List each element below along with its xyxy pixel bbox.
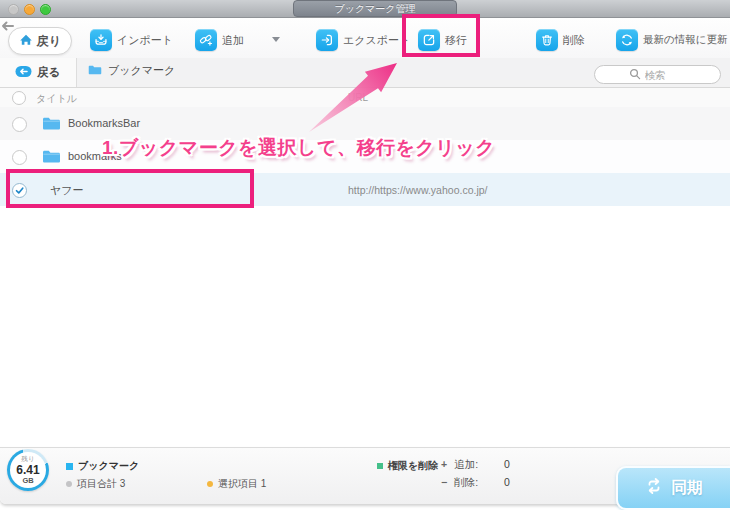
row-title: bookmarks <box>68 150 122 162</box>
migrate-icon <box>418 29 440 51</box>
export-icon <box>316 29 338 51</box>
migrate-button[interactable]: 移行 <box>418 29 467 51</box>
import-icon <box>90 29 112 51</box>
refresh-button-label: 最新の情報に更新 <box>643 33 728 47</box>
bookmark-manager-window: ブックマーク管理 戻り インポート 追加 <box>0 0 730 510</box>
green-square-bullet <box>377 463 383 469</box>
added-count: +追加:0 <box>441 458 510 472</box>
gauge-value: 6.41 <box>16 464 39 476</box>
refresh-button[interactable]: 最新の情報に更新 <box>616 29 728 51</box>
delete-button-label: 削除 <box>563 33 585 48</box>
back-button[interactable]: 戻り <box>8 27 72 55</box>
deleted-value: 0 <box>504 476 510 488</box>
row-title: BookmarksBar <box>68 117 140 129</box>
row-checkbox-checked[interactable] <box>12 183 27 198</box>
plus-icon: + <box>441 458 447 470</box>
legend-bookmark: ブックマーク <box>66 459 139 473</box>
titlebar: ブックマーク管理 <box>0 0 730 18</box>
folder-icon <box>42 149 61 167</box>
yellow-dot-bullet <box>207 481 213 487</box>
deleted-count: −削除:0 <box>441 476 510 490</box>
import-button[interactable]: インポート <box>90 29 173 51</box>
row-checkbox[interactable] <box>12 117 27 132</box>
breadcrumb[interactable]: ブックマーク <box>88 63 175 78</box>
import-button-label: インポート <box>117 33 173 48</box>
migrate-button-label: 移行 <box>445 33 467 48</box>
empty-list-area <box>0 206 730 447</box>
row-checkbox[interactable] <box>12 150 27 165</box>
folder-icon <box>42 116 61 134</box>
table-row[interactable]: bookmarks <box>0 140 730 174</box>
add-link-icon <box>195 29 217 51</box>
select-all-checkbox[interactable] <box>12 91 26 105</box>
add-dropdown-caret[interactable] <box>272 37 280 42</box>
sync-button[interactable]: 同期 <box>616 466 730 510</box>
nav-back-icon <box>15 65 32 80</box>
column-header-url[interactable]: URL <box>348 92 368 103</box>
gauge-label: 残り <box>21 456 34 463</box>
gauge-unit: GB <box>22 477 33 485</box>
zoom-window-button[interactable] <box>40 4 51 15</box>
blue-square-bullet <box>66 463 73 470</box>
add-button-label: 追加 <box>222 33 244 48</box>
window-title: ブックマーク管理 <box>293 0 457 17</box>
search-box <box>594 65 721 84</box>
folder-icon <box>88 64 102 77</box>
add-button[interactable]: 追加 <box>195 29 244 51</box>
nav-back-label: 戻る <box>37 65 60 80</box>
search-input[interactable] <box>645 69 687 81</box>
row-title: ヤフー <box>50 183 84 198</box>
minimize-window-button[interactable] <box>24 4 35 15</box>
row-url: http://https://www.yahoo.co.jp/ <box>348 184 488 196</box>
storage-gauge: 残り 6.41 GB <box>7 449 49 491</box>
legend-permission: 権限を削除 <box>377 459 438 473</box>
table-row[interactable]: BookmarksBar <box>0 107 730 141</box>
home-icon <box>19 33 33 49</box>
legend-selected-items: 選択項目 1 <box>207 477 266 491</box>
export-button[interactable]: エクスポート <box>316 29 410 51</box>
nav-back-button[interactable]: 戻る <box>0 58 77 87</box>
trash-icon <box>536 29 558 51</box>
sync-icon <box>645 477 663 499</box>
refresh-icon <box>616 29 638 51</box>
gray-dot-bullet <box>66 481 72 487</box>
column-header-title[interactable]: タイトル <box>36 92 77 106</box>
delete-button[interactable]: 削除 <box>536 29 585 51</box>
close-window-button[interactable] <box>8 4 19 15</box>
search-icon <box>629 66 641 84</box>
legend-total-items: 項目合計 3 <box>66 477 125 491</box>
table-row-selected[interactable]: ヤフー http://https://www.yahoo.co.jp/ <box>0 173 730 207</box>
minus-icon: − <box>441 476 447 488</box>
back-button-label: 戻り <box>37 33 61 50</box>
breadcrumb-label: ブックマーク <box>108 63 175 78</box>
added-value: 0 <box>504 458 510 470</box>
export-button-label: エクスポート <box>343 33 410 48</box>
sync-button-label: 同期 <box>671 478 703 499</box>
